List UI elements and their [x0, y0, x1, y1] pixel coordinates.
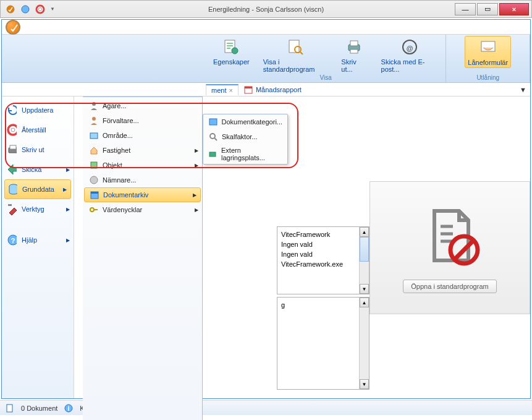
- scrollbar[interactable]: ▲ ▼: [359, 227, 369, 294]
- ribbon-visa-standard[interactable]: Visa i standardprogram: [261, 36, 331, 74]
- menu-fastighet[interactable]: Fastighet▶: [83, 143, 202, 158]
- denominator-icon: [89, 175, 99, 185]
- submenu-arrow-icon: ▶: [195, 163, 198, 168]
- list-line: Ingen vald: [281, 249, 365, 259]
- scroll-down-icon[interactable]: ▼: [360, 284, 369, 294]
- menu-omrade[interactable]: Område...: [83, 128, 202, 143]
- person-icon: [89, 101, 99, 111]
- category-icon: [208, 117, 218, 127]
- qat-dropdown-icon[interactable]: ▼: [50, 6, 55, 12]
- close-button[interactable]: ×: [499, 3, 529, 15]
- lifebuoy-icon: [7, 125, 17, 135]
- maximize-button[interactable]: ▭: [477, 3, 498, 15]
- app-header: [2, 20, 530, 35]
- ribbon-label: Skriv ut...: [341, 58, 367, 73]
- svg-point-5: [232, 48, 238, 54]
- menu-forvaltare[interactable]: Förvaltare...: [83, 113, 202, 128]
- ribbon-print[interactable]: Skriv ut...: [339, 36, 369, 74]
- main-panel: VitecFramework Ingen vald Ingen vald Vit…: [277, 96, 530, 398]
- status-bar: 0 Dokument i Klar: [0, 400, 532, 415]
- rail-label: Skriv ut: [22, 146, 44, 153]
- list-line: VitecFramework.exe: [281, 259, 365, 269]
- ribbon-egenskaper[interactable]: Egenskaper: [211, 36, 252, 74]
- menu-dokumentarkiv[interactable]: Dokumentarkiv▶: [84, 187, 201, 202]
- menu-objekt[interactable]: Objekt▶: [83, 158, 202, 173]
- svg-rect-41: [209, 152, 216, 156]
- ribbon-label: Egenskaper: [213, 58, 250, 66]
- globe-icon[interactable]: [20, 4, 30, 14]
- rail-skicka[interactable]: Skicka ▶: [2, 160, 74, 179]
- menu-extern-lagring[interactable]: Extern lagringsplats...: [203, 144, 287, 164]
- magnifier-icon: [208, 132, 218, 142]
- menu-label: Objekt: [103, 161, 122, 169]
- menu-agare[interactable]: Ägare...: [83, 98, 202, 113]
- preview-card: Öppna i standardprogram: [369, 181, 530, 314]
- app-icon: [6, 4, 15, 14]
- rail-aterstall[interactable]: Återställ: [2, 120, 74, 140]
- property-icon: [89, 145, 99, 155]
- ribbon-label: Visa i standardprogram: [263, 58, 328, 73]
- open-standard-program-button[interactable]: Öppna i standardprogram: [403, 280, 496, 293]
- printer-icon: [344, 37, 364, 57]
- svg-rect-38: [209, 119, 217, 125]
- menu-namnare[interactable]: Nämnare...: [83, 173, 202, 187]
- menu-dokumentkategori[interactable]: Dokumentkategori...: [203, 114, 287, 129]
- rail-uppdatera[interactable]: Uppdatera: [2, 100, 74, 120]
- refresh-icon: [7, 105, 17, 115]
- svg-rect-27: [90, 133, 98, 139]
- svg-rect-22: [8, 204, 12, 206]
- tabs-overflow-icon[interactable]: ▼: [520, 86, 526, 93]
- rail-verktyg[interactable]: Verktyg ▶: [2, 199, 74, 219]
- svg-line-8: [300, 52, 303, 54]
- menu-label: Område...: [103, 132, 133, 139]
- calendar-icon: [243, 85, 253, 95]
- rail-skriv-ut[interactable]: Skriv ut: [2, 140, 74, 160]
- tab-active[interactable]: ment ×: [206, 84, 239, 95]
- submenu-arrow-icon: ▶: [66, 167, 70, 173]
- minimize-button[interactable]: —: [455, 3, 476, 15]
- menu-skalfaktor[interactable]: Skalfaktor...: [203, 129, 287, 144]
- menu-vardenycklar[interactable]: Värdenycklar▶: [83, 202, 202, 217]
- tab-close-icon[interactable]: ×: [229, 87, 232, 94]
- scrollbar[interactable]: ▲ ▼: [359, 298, 369, 389]
- rail-label: Hjälp: [22, 236, 37, 244]
- scroll-down-icon[interactable]: ▼: [360, 379, 369, 389]
- rail-label: Grunddata: [22, 186, 54, 193]
- svg-point-3: [39, 7, 42, 11]
- ribbon-loan-form[interactable]: Låneformulär: [465, 36, 511, 68]
- svg-line-40: [214, 138, 217, 140]
- scroll-up-icon[interactable]: ▲: [360, 298, 369, 307]
- svg-point-32: [90, 208, 94, 212]
- document-tabs: ment × Månadsrapport ▼: [2, 83, 530, 96]
- svg-text:@: @: [407, 45, 413, 52]
- menu-label: Dokumentarkiv: [103, 191, 148, 199]
- svg-point-29: [90, 176, 98, 184]
- object-icon: [89, 160, 99, 170]
- ribbon-group-visa-label: Visa: [211, 74, 441, 81]
- send-icon: [7, 165, 17, 174]
- menu-label: Fastighet: [103, 147, 130, 154]
- svg-point-25: [92, 102, 96, 106]
- submenu-arrow-icon: ▶: [63, 187, 67, 192]
- ribbon-email[interactable]: @ Skicka med E-post...: [379, 36, 441, 74]
- ribbon-label: Skicka med E-post...: [381, 58, 439, 73]
- scroll-up-icon[interactable]: ▲: [360, 227, 369, 237]
- lifebuoy-icon[interactable]: [35, 4, 45, 14]
- notes-listbox[interactable]: g ▲ ▼: [277, 297, 369, 390]
- submenu-arrow-icon: ▶: [193, 192, 196, 198]
- scroll-thumb[interactable]: [360, 237, 369, 262]
- left-nav-rail: Uppdatera Återställ Skriv ut Skicka ▶ Gr…: [2, 96, 74, 398]
- app-logo-icon[interactable]: [6, 20, 20, 35]
- info-icon: i: [64, 403, 74, 413]
- handshake-icon: [478, 38, 498, 58]
- menu-label: Förvaltare...: [103, 117, 139, 124]
- tab-monthly-report[interactable]: Månadsrapport: [239, 84, 306, 96]
- rail-hjalp[interactable]: ? Hjälp ▶: [2, 230, 74, 250]
- rail-grunddata[interactable]: Grunddata ▶: [4, 179, 71, 199]
- properties-listbox[interactable]: VitecFramework Ingen vald Ingen vald Vit…: [277, 226, 369, 294]
- magnifier-doc-icon: [285, 37, 305, 57]
- preview-pane: Öppna i standardprogram: [369, 96, 530, 398]
- ribbon-group-utlaning-label: Utlåning: [451, 74, 525, 81]
- properties-icon: [221, 37, 241, 57]
- ribbon-toolbar: Egenskaper Visa i standardprogram Skriv …: [2, 35, 530, 83]
